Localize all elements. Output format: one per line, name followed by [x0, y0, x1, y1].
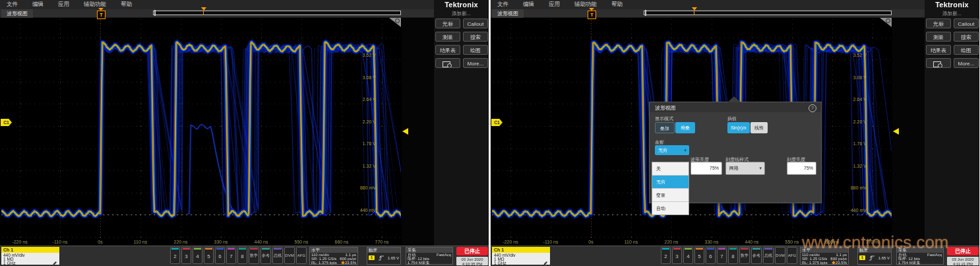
- math-button[interactable]: 数学: [249, 247, 259, 264]
- waveform-intensity-field[interactable]: 75%: [690, 162, 722, 175]
- channel6-button[interactable]: 6: [215, 247, 225, 264]
- run-stop-button[interactable]: 已停止: [947, 247, 979, 255]
- search-button[interactable]: 搜索: [954, 32, 979, 42]
- dvm-button[interactable]: DVM: [775, 247, 785, 264]
- y-axis-label: 1.76 V: [838, 141, 867, 146]
- ref-button[interactable]: 参考: [751, 247, 762, 264]
- trigger-panel[interactable]: 触发 1 1.65 V: [367, 247, 401, 265]
- channel3-button[interactable]: 3: [672, 247, 682, 264]
- more-button[interactable]: More...: [954, 58, 979, 68]
- horizontal-position-bar[interactable]: [644, 11, 892, 15]
- tab-waveform-view[interactable]: 波形视图: [1, 9, 33, 18]
- trigger-source-chip: 1: [859, 255, 865, 260]
- channel5-button[interactable]: 5: [204, 247, 214, 264]
- clock: 03 Jun 2020 4:10:35 PM: [456, 257, 488, 265]
- function-buttons: 数学 参考 总线 DVM AFG: [739, 247, 797, 264]
- graticule-intensity-field[interactable]: 75%: [787, 162, 816, 175]
- plot-button[interactable]: 绘图: [463, 45, 488, 55]
- cursor-button[interactable]: 光标: [435, 18, 460, 28]
- bus-button[interactable]: 总线: [763, 247, 774, 264]
- trigger-position-flag[interactable]: T: [97, 11, 106, 19]
- menu-applications[interactable]: 应用: [58, 1, 69, 9]
- measure-button[interactable]: 测量: [926, 32, 951, 42]
- channel2-button[interactable]: 2: [661, 247, 671, 264]
- persistence-dropdown[interactable]: 无穷▾: [655, 145, 689, 155]
- zoom-search-button[interactable]: [926, 58, 951, 68]
- menu-help[interactable]: 帮助: [611, 1, 623, 9]
- minimap-trigger-marker-icon[interactable]: [201, 7, 206, 11]
- graticule-style-dropdown[interactable]: 网格▾: [725, 162, 765, 175]
- channel6-color: [707, 248, 714, 249]
- menu-edit[interactable]: 编辑: [32, 1, 44, 9]
- channel1-badge[interactable]: Ch 1 440 mV/div 1 MΩ 1 GHz: [1, 247, 59, 265]
- help-icon[interactable]: ?: [809, 104, 816, 112]
- run-stop-button[interactable]: 已停止: [456, 247, 488, 255]
- menu-file[interactable]: 文件: [7, 1, 18, 9]
- persistence-option-infinite[interactable]: 无穷: [652, 176, 689, 189]
- channel6-button[interactable]: 6: [706, 247, 716, 264]
- zoom-search-button[interactable]: [435, 58, 460, 68]
- channel7-button[interactable]: 7: [226, 247, 236, 264]
- stacked-toggle[interactable]: 堆叠: [675, 122, 695, 133]
- results-table-button[interactable]: 结果表: [926, 45, 951, 55]
- menu-help[interactable]: 帮助: [121, 1, 132, 9]
- callout-button[interactable]: Callout: [463, 18, 488, 28]
- afg-button[interactable]: AFG: [296, 247, 307, 264]
- waveform-graticule[interactable]: [1, 18, 401, 240]
- menu-edit[interactable]: 编辑: [523, 1, 534, 9]
- callout-button[interactable]: Callout: [954, 18, 979, 28]
- afg-button[interactable]: AFG: [787, 247, 797, 264]
- channel8-button[interactable]: 8: [728, 247, 738, 264]
- menu-applications[interactable]: 应用: [549, 1, 560, 9]
- horizontal-panel[interactable]: 水平 110 ns/div1.1 μs SR: 1.25 GS/s800 ps/…: [309, 247, 358, 265]
- clock-date: 03 Jun 2020: [947, 257, 979, 262]
- channel-buttons: 2 3 4 5 6 7 8: [661, 247, 738, 264]
- more-button[interactable]: More...: [463, 58, 488, 68]
- math-button[interactable]: 数学: [739, 247, 750, 264]
- persistence-option-off[interactable]: 关: [652, 162, 689, 176]
- measure-button[interactable]: 测量: [435, 32, 460, 42]
- horizontal-position-bar[interactable]: [153, 11, 401, 15]
- menu-file[interactable]: 文件: [497, 1, 508, 9]
- persistence-option-variable[interactable]: 变量: [652, 189, 689, 202]
- acquisition-count: 1.754 M采集: [898, 261, 921, 265]
- channel4-color: [685, 248, 692, 249]
- trigger-level-arrow-icon[interactable]: [402, 128, 408, 135]
- x-axis-label: 220 ns: [168, 240, 194, 244]
- linear-toggle[interactable]: 线性: [750, 122, 768, 133]
- channel4-button[interactable]: 4: [193, 247, 202, 264]
- channel4-button[interactable]: 4: [683, 247, 693, 264]
- overlay-toggle[interactable]: 叠加: [655, 122, 675, 133]
- acquisition-panel[interactable]: 采集 自动,FastAcq 取样: 12 bits 1.754 M采集: [406, 247, 453, 265]
- tab-waveform-view[interactable]: 波形视图: [492, 9, 524, 18]
- persistence-options-list: 关 无穷 变量 自动: [652, 162, 689, 215]
- y-axis-label: 3.52 V: [838, 53, 867, 57]
- channel1-bandwidth: 1 GHz: [494, 261, 550, 265]
- bus-button[interactable]: 总线: [272, 247, 283, 264]
- tektronix-logo: Tektronix: [434, 1, 489, 9]
- channel1-badge[interactable]: Ch 1 440 mV/div 1 MΩ 1 GHz: [492, 247, 550, 265]
- channel7-button[interactable]: 7: [717, 247, 727, 264]
- dvm-button[interactable]: DVM: [284, 247, 295, 264]
- trigger-level-arrow-icon[interactable]: [893, 128, 899, 135]
- channel3-button[interactable]: 3: [181, 247, 191, 264]
- ref-color: [752, 248, 760, 249]
- y-axis-label: 2.64 V: [838, 97, 867, 102]
- channel8-button[interactable]: 8: [237, 247, 247, 264]
- trigger-position-flag[interactable]: T: [588, 11, 596, 19]
- x-axis-label: 110 ns: [127, 240, 154, 244]
- ref-button[interactable]: 参考: [260, 247, 271, 264]
- cursor-button[interactable]: 光标: [926, 18, 951, 28]
- search-button[interactable]: 搜索: [463, 32, 488, 42]
- y-axis-label: 440 mV: [838, 208, 867, 213]
- sinx-toggle[interactable]: Sin(x)/x: [727, 122, 750, 133]
- results-table-button[interactable]: 结果表: [435, 45, 460, 55]
- magnifier-icon: [447, 63, 452, 68]
- plot-button[interactable]: 绘图: [954, 45, 979, 55]
- y-axis-label: 3.08 V: [347, 75, 376, 80]
- channel2-button[interactable]: 2: [170, 247, 180, 264]
- minimap-trigger-marker-icon[interactable]: [692, 7, 697, 11]
- channel1-name: Ch 1: [1, 247, 59, 253]
- channel5-button[interactable]: 5: [694, 247, 704, 264]
- persistence-option-auto[interactable]: 自动: [652, 202, 689, 215]
